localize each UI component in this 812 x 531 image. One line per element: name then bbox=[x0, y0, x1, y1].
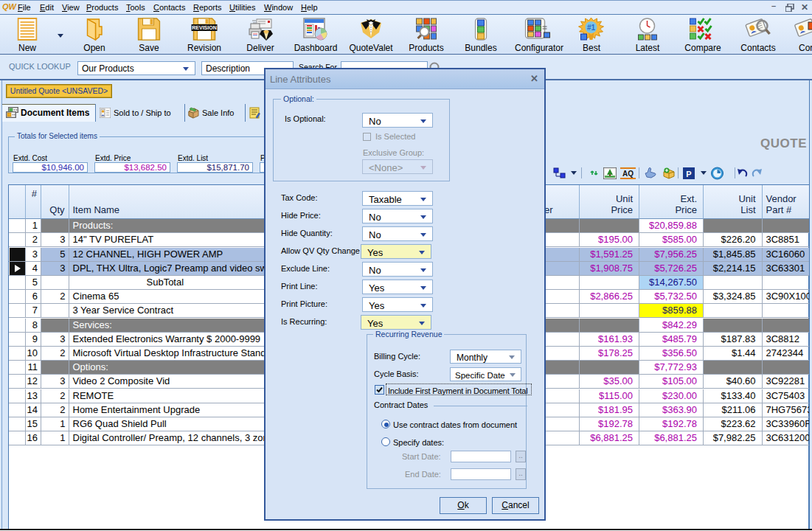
svg-text:P: P bbox=[686, 170, 691, 178]
svg-text:AQ: AQ bbox=[622, 170, 634, 178]
svg-text:#1: #1 bbox=[587, 24, 596, 32]
svg-text:REVISION: REVISION bbox=[192, 25, 216, 30]
